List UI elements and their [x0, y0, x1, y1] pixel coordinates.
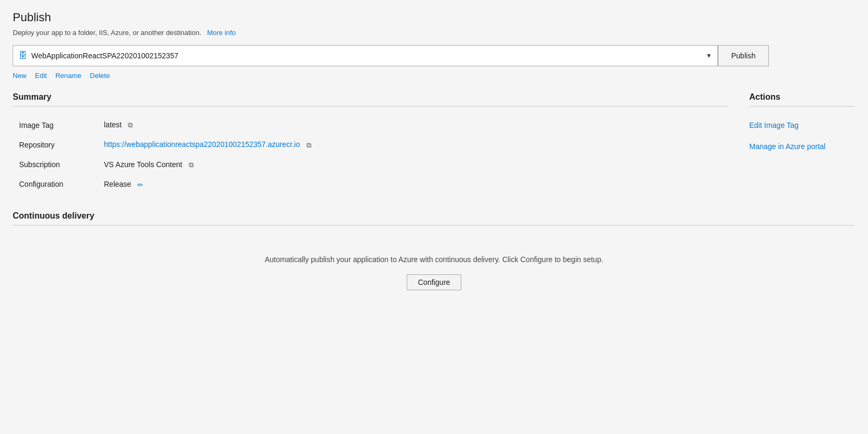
actions-divider: [749, 106, 855, 107]
table-row: Repository https://webapplicationreactsp…: [13, 135, 728, 154]
page-container: Publish Deploy your app to a folder, IIS…: [0, 0, 868, 322]
copy-subscription-icon[interactable]: ⧉: [189, 161, 194, 169]
profile-name: WebApplicationReactSPA220201002152357: [31, 51, 702, 60]
summary-table: Image Tag latest ⧉ Repository https://we…: [13, 115, 728, 194]
profile-selector[interactable]: 🗄 WebApplicationReactSPA220201002152357 …: [13, 45, 718, 66]
value-subscription: VS Azure Tools Content ⧉: [98, 155, 728, 175]
summary-section: Summary Image Tag latest ⧉ Repository: [13, 92, 728, 194]
profile-icon: 🗄: [19, 51, 27, 60]
value-configuration: Release ✏: [98, 175, 728, 194]
summary-actions-row: Summary Image Tag latest ⧉ Repository: [13, 92, 855, 194]
label-subscription: Subscription: [13, 155, 98, 175]
value-repository: https://webapplicationreactspa2202010021…: [98, 135, 728, 154]
cd-title: Continuous delivery: [13, 211, 855, 221]
value-image-tag: latest ⧉: [98, 115, 728, 135]
image-tag-value: latest: [104, 120, 121, 129]
label-repository: Repository: [13, 135, 98, 154]
label-configuration: Configuration: [13, 175, 98, 194]
chevron-down-icon: ▼: [706, 52, 712, 59]
new-link[interactable]: New: [13, 72, 27, 80]
cd-description: Automatically publish your application t…: [13, 255, 855, 264]
configure-button[interactable]: Configure: [407, 274, 461, 290]
label-image-tag: Image Tag: [13, 115, 98, 135]
continuous-delivery-section: Continuous delivery Automatically publis…: [13, 211, 855, 311]
profile-row: 🗄 WebApplicationReactSPA220201002152357 …: [13, 45, 855, 66]
actions-title: Actions: [749, 92, 855, 102]
summary-title: Summary: [13, 92, 728, 102]
table-row: Subscription VS Azure Tools Content ⧉: [13, 155, 728, 175]
repository-link[interactable]: https://webapplicationreactspa2202010021…: [104, 140, 300, 149]
edit-configuration-icon[interactable]: ✏: [137, 181, 143, 189]
edit-image-tag-link[interactable]: Edit Image Tag: [749, 115, 855, 136]
profile-actions: New Edit Rename Delete: [13, 72, 855, 80]
subtitle: Deploy your app to a folder, IIS, Azure,…: [13, 29, 855, 37]
more-info-link[interactable]: More info: [207, 29, 235, 37]
actions-section: Actions Edit Image Tag Manage in Azure p…: [728, 92, 855, 194]
summary-divider: [13, 106, 728, 107]
manage-azure-portal-link[interactable]: Manage in Azure portal: [749, 136, 855, 158]
table-row: Configuration Release ✏: [13, 175, 728, 194]
cd-body: Automatically publish your application t…: [13, 234, 855, 311]
table-row: Image Tag latest ⧉: [13, 115, 728, 135]
edit-link[interactable]: Edit: [35, 72, 47, 80]
copy-image-tag-icon[interactable]: ⧉: [128, 121, 133, 129]
configuration-value: Release: [104, 180, 131, 188]
subscription-value: VS Azure Tools Content: [104, 160, 182, 169]
cd-divider: [13, 225, 855, 225]
delete-link[interactable]: Delete: [90, 72, 110, 80]
copy-repository-icon[interactable]: ⧉: [306, 141, 311, 150]
publish-button[interactable]: Publish: [718, 45, 769, 66]
rename-link[interactable]: Rename: [55, 72, 81, 80]
subtitle-text: Deploy your app to a folder, IIS, Azure,…: [13, 29, 201, 37]
page-title: Publish: [13, 11, 855, 24]
